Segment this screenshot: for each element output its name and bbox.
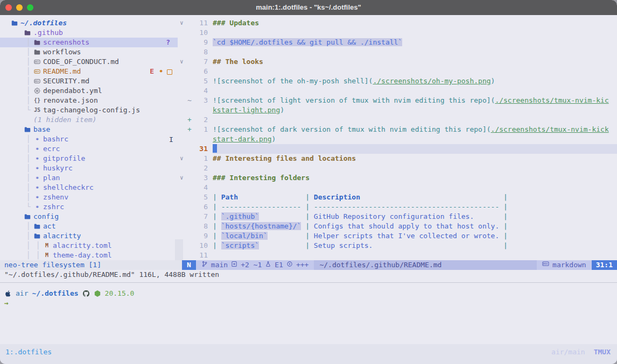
- tree-item-bashrc[interactable]: │∗bashrcI: [0, 134, 178, 144]
- indent-guide-corner: └: [26, 105, 31, 115]
- fold-column[interactable]: ∨: [178, 18, 187, 28]
- editor-line-2[interactable]: 2: [178, 163, 617, 173]
- editor-line-6[interactable]: 6: [178, 67, 617, 76]
- tree-item-renovate.json[interactable]: │{}renovate.json: [0, 96, 178, 105]
- editor-line-3[interactable]: ~3![screenshot of light version of tmux …: [178, 96, 617, 105]
- tmux-top-pane: ~/.dotfiles.github│screenshots?│workflow…: [0, 15, 617, 260]
- editor-line-2[interactable]: +2: [178, 115, 617, 125]
- tree-item-label: config: [33, 212, 59, 222]
- syntax-segment: |: [474, 212, 508, 220]
- tree-item-dependabot.yml[interactable]: │dependabot.yml: [0, 86, 178, 96]
- editor-line-3[interactable]: ∨3### Interesting folders: [178, 173, 617, 183]
- fold-column[interactable]: ∨: [178, 57, 187, 67]
- line-number: 1: [194, 125, 208, 134]
- tree-item-label: CODE_OF_CONDUCT.md: [43, 57, 119, 67]
- editor-line-9[interactable]: 9| `local/bin` | Helper scripts that I'v…: [178, 231, 617, 241]
- zoom-button[interactable]: [27, 4, 33, 11]
- editor-line-1[interactable]: +1![screenshot of dark version of tmux w…: [178, 125, 617, 134]
- tree-item-readme.md[interactable]: │README.mdE•: [0, 67, 178, 76]
- apple-icon: [4, 290, 12, 297]
- tree-item-theme-day.toml[interactable]: ││Mtheme-day.toml: [0, 251, 178, 260]
- syntax-segment: ## Interesting files and locations: [213, 154, 356, 162]
- tree-item-alacritty.toml[interactable]: ││Malacritty.toml: [0, 241, 178, 251]
- tmux-pane-border[interactable]: [0, 280, 617, 283]
- tree-item-base[interactable]: base: [0, 125, 178, 134]
- gitsign-column: [187, 231, 194, 241]
- fold-column: [178, 76, 187, 86]
- tree-item-label: SECURITY.md: [43, 76, 89, 86]
- syntax-segment: |: [213, 193, 221, 201]
- tree-item-alacritty[interactable]: │alacritty: [0, 231, 178, 241]
- editor-line-7[interactable]: 7| `.github` | GitHub Repository configu…: [178, 212, 617, 222]
- tree-item-config[interactable]: config: [0, 212, 178, 222]
- editor-line-5[interactable]: 5![screenshot of the oh-my-posh shell](.…: [178, 76, 617, 86]
- editor-line-10[interactable]: 10: [178, 28, 617, 38]
- diff-icon: [231, 260, 237, 270]
- titlebar[interactable]: main:1:.dotfiles - "ks~/.dotfiles": [0, 0, 617, 15]
- markdown-icon: [542, 260, 549, 270]
- editor-line-10[interactable]: 10| `scripts` | Setup scripts. |: [178, 241, 617, 251]
- editor-cursor: [213, 144, 217, 153]
- tree-item-screenshots[interactable]: │screenshots?: [0, 38, 178, 47]
- tree-item-plan[interactable]: │∗plan: [0, 173, 178, 183]
- line-content: [213, 251, 617, 260]
- minimize-button[interactable]: [16, 4, 23, 11]
- tmux-bottom-pane[interactable]: air ~/.dotfiles 20.15.0 →: [0, 283, 617, 344]
- fold-column: [178, 125, 187, 134]
- editor-line-31[interactable]: 31: [178, 144, 617, 154]
- gitsign-column: [187, 76, 194, 86]
- prompt-arrow[interactable]: →: [4, 298, 613, 308]
- tree-item-.github[interactable]: .github: [0, 28, 178, 38]
- editor-line-11[interactable]: 11: [178, 251, 617, 260]
- neo-tree-statusline: neo-tree filesystem [1]: [0, 260, 182, 270]
- editor-line-5[interactable]: 5| Path | Description |: [178, 192, 617, 202]
- tree-item-workflows[interactable]: │workflows: [0, 47, 178, 57]
- tree-item-zshrc[interactable]: └∗zshrc: [0, 202, 178, 212]
- line-number: 3: [194, 173, 208, 183]
- gitsign-column: [187, 144, 194, 154]
- tree-item-security.md[interactable]: │SECURITY.md: [0, 76, 178, 86]
- tmux-window-tab[interactable]: 1:.dotfiles: [5, 347, 52, 357]
- fold-column[interactable]: ∨: [178, 154, 187, 163]
- editor-line-4[interactable]: 4: [178, 183, 617, 192]
- tree-item-shellcheckrc[interactable]: │∗shellcheckrc: [0, 183, 178, 192]
- editor-line-1[interactable]: ∨1## Interesting files and locations: [178, 154, 617, 163]
- md-icon: [33, 77, 41, 85]
- tree-item-label: .github: [33, 28, 63, 38]
- editor-line-11[interactable]: ∨11### Updates: [178, 18, 617, 28]
- fold-column[interactable]: ∨: [178, 173, 187, 183]
- neo-tree-scrollbar[interactable]: [175, 239, 183, 260]
- tree-item-huskyrc[interactable]: │∗huskyrc: [0, 163, 178, 173]
- gitsign-column: [187, 163, 194, 173]
- neo-tree-sidebar[interactable]: ~/.dotfiles.github│screenshots?│workflow…: [0, 15, 178, 260]
- editor-line-4[interactable]: 4: [178, 86, 617, 96]
- tree-item-label: zshenv: [43, 192, 68, 202]
- tree-item-ecrc[interactable]: │∗ecrc: [0, 144, 178, 154]
- editor-line-7[interactable]: ∨7## The looks: [178, 57, 617, 67]
- editor-line-8[interactable]: 8: [178, 47, 617, 57]
- star-icon: ∗: [33, 164, 41, 173]
- toml-icon: M: [43, 241, 51, 250]
- indent-guide: │: [26, 57, 31, 67]
- tree-item-zshenv[interactable]: │∗zshenv: [0, 192, 178, 202]
- tree-item-tag-changelog-config.js[interactable]: └JStag-changelog-config.js: [0, 105, 178, 115]
- editor-buffer[interactable]: ∨11### Updates109`cd $HOME/.dotfiles && …: [178, 15, 617, 260]
- editor-line-6[interactable]: 6| ------------------- | ---------------…: [178, 202, 617, 212]
- editor-line-9[interactable]: 9`cd $HOME/.dotfiles && git pull && ./in…: [178, 38, 617, 47]
- editor-line-8[interactable]: 8| `hosts/{hostname}/` | Configs that sh…: [178, 222, 617, 231]
- indent-guide: │: [26, 144, 31, 154]
- tree-item-label: workflows: [43, 47, 81, 57]
- tree-item-gitprofile[interactable]: │∗gitprofile: [0, 154, 178, 163]
- gitsign-column: [187, 192, 194, 202]
- mouse-text-cursor: I: [169, 135, 173, 145]
- star-icon: ∗: [33, 203, 41, 211]
- close-button[interactable]: [5, 4, 12, 11]
- editor-line-wrap[interactable]: kstart-light.png): [178, 105, 617, 115]
- line-number: 9: [194, 231, 208, 241]
- tree-item---.dotfiles[interactable]: ~/.dotfiles: [0, 18, 178, 28]
- tree-item--1-hidden-item-[interactable]: (1 hidden item): [0, 115, 178, 125]
- gitsign-column: [187, 38, 194, 47]
- editor-line-wrap[interactable]: start-dark.png): [178, 134, 617, 144]
- tree-item-act[interactable]: │act: [0, 222, 178, 231]
- tree-item-code-of-conduct.md[interactable]: │CODE_OF_CONDUCT.md: [0, 57, 178, 67]
